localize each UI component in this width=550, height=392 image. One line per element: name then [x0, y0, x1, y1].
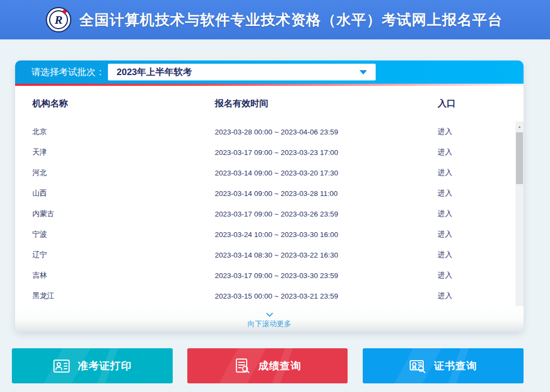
- org-name: 黑龙江: [15, 291, 215, 301]
- enter-link[interactable]: 进入: [438, 230, 452, 238]
- admission-ticket-print-button[interactable]: 准考证打印: [12, 348, 173, 383]
- registration-period: 2023-03-17 09:00 ~ 2023-03-26 23:59: [215, 210, 438, 218]
- idcard-icon: [53, 357, 70, 375]
- scrollbar[interactable]: ▲: [515, 121, 524, 306]
- registration-period: 2023-03-17 09:00 ~ 2023-03-23 17:00: [215, 148, 438, 157]
- batch-dropdown-value: 2023年上半年软考: [117, 66, 359, 78]
- enter-link[interactable]: 进入: [438, 127, 452, 136]
- enter-link[interactable]: 进入: [438, 209, 452, 218]
- score-query-label: 成绩查询: [259, 359, 302, 373]
- org-name: 北京: [15, 127, 215, 137]
- table-header-row: 机构名称 报名有效时间 入口: [15, 86, 524, 121]
- batch-select-bar: 请选择考试批次： 2023年上半年软考: [15, 60, 524, 84]
- card-footer: 向下滚动更多: [15, 306, 524, 332]
- registration-period: 2023-03-17 09:00 ~ 2023-03-30 23:59: [215, 272, 438, 280]
- org-name: 内蒙古: [15, 209, 215, 219]
- column-header-entry: 入口: [438, 98, 524, 110]
- scrollbar-up-arrow-icon[interactable]: ▲: [515, 121, 524, 131]
- registration-period: 2023-03-14 08:30 ~ 2023-03-22 16:30: [215, 251, 438, 259]
- table-row: 北京 2023-03-28 00:00 ~ 2023-04-06 23:59 进…: [15, 121, 524, 142]
- org-name: 吉林: [15, 271, 215, 280]
- registration-period: 2023-03-14 09:00 ~ 2023-03-28 11:00: [215, 190, 438, 198]
- admission-ticket-print-label: 准考证打印: [78, 359, 132, 373]
- registration-table-body: 北京 2023-03-28 00:00 ~ 2023-04-06 23:59 进…: [15, 121, 524, 306]
- table-row: 内蒙古 2023-03-17 09:00 ~ 2023-03-26 23:59 …: [15, 204, 524, 224]
- table-row: 黑龙江 2023-03-15 00:00 ~ 2023-03-21 23:59 …: [15, 286, 524, 306]
- batch-dropdown[interactable]: 2023年上半年软考: [108, 64, 376, 80]
- column-header-org: 机构名称: [15, 98, 215, 110]
- org-name: 宁波: [15, 229, 215, 239]
- page-title: 全国计算机技术与软件专业技术资格（水平）考试网上报名平台: [79, 10, 503, 30]
- score-search-icon: [234, 357, 251, 375]
- table-row: 山西 2023-03-14 09:00 ~ 2023-03-28 11:00 进…: [15, 183, 524, 204]
- enter-link[interactable]: 进入: [438, 292, 452, 300]
- registration-period: 2023-03-15 00:00 ~ 2023-03-21 23:59: [215, 292, 438, 300]
- org-name: 山西: [15, 188, 215, 198]
- table-row: 河北 2023-03-14 09:00 ~ 2023-03-20 17:30 进…: [15, 163, 524, 183]
- registration-period: 2023-03-28 00:00 ~ 2023-04-06 23:59: [215, 128, 438, 136]
- org-name: 辽宁: [15, 250, 215, 260]
- certificate-query-label: 证书查询: [434, 359, 477, 373]
- enter-link[interactable]: 进入: [438, 168, 452, 177]
- table-rows: 北京 2023-03-28 00:00 ~ 2023-04-06 23:59 进…: [15, 121, 524, 306]
- org-name: 河北: [15, 168, 215, 178]
- table-row: 辽宁 2023-03-14 08:30 ~ 2023-03-22 16:30 进…: [15, 245, 524, 265]
- table-row: 宁波 2023-03-24 10:00 ~ 2023-03-30 16:00 进…: [15, 224, 524, 245]
- scrollbar-thumb[interactable]: [516, 132, 523, 184]
- chevron-down-icon: [359, 70, 367, 75]
- table-row: 吉林 2023-03-17 09:00 ~ 2023-03-30 23:59 进…: [15, 265, 524, 286]
- app-header: R 全国计算机技术与软件专业技术资格（水平）考试网上报名平台: [0, 0, 550, 39]
- registration-card: 请选择考试批次： 2023年上半年软考 机构名称 报名有效时间 入口 北京 20…: [15, 60, 524, 332]
- column-header-time: 报名有效时间: [215, 98, 438, 110]
- certificate-search-icon: [409, 357, 426, 375]
- scroll-more-hint[interactable]: 向下滚动更多: [15, 319, 524, 329]
- registration-period: 2023-03-24 10:00 ~ 2023-03-30 16:00: [215, 231, 438, 239]
- enter-link[interactable]: 进入: [438, 189, 452, 197]
- registration-period: 2023-03-14 09:00 ~ 2023-03-20 17:30: [215, 169, 438, 177]
- batch-select-label: 请选择考试批次：: [31, 66, 105, 78]
- certificate-query-button[interactable]: 证书查询: [363, 348, 524, 383]
- scroll-down-chevron-icon[interactable]: [266, 310, 273, 317]
- score-query-button[interactable]: 成绩查询: [187, 348, 348, 383]
- enter-link[interactable]: 进入: [438, 148, 452, 156]
- enter-link[interactable]: 进入: [438, 271, 452, 279]
- enter-link[interactable]: 进入: [438, 251, 452, 259]
- org-name: 天津: [15, 147, 215, 157]
- exam-platform-logo: R: [46, 7, 71, 32]
- table-row: 天津 2023-03-17 09:00 ~ 2023-03-23 17:00 进…: [15, 142, 524, 163]
